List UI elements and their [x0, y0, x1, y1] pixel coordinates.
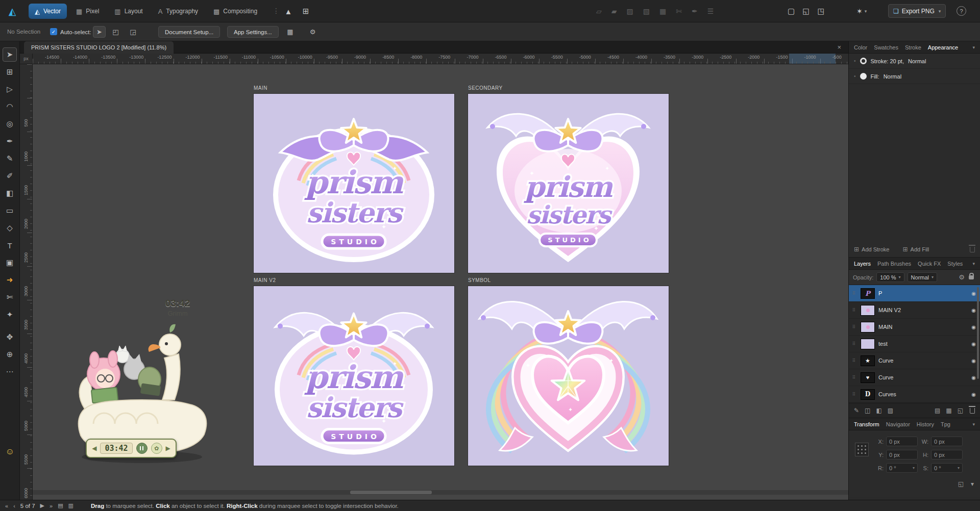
toolbar-icon[interactable]: ▰ — [611, 7, 617, 15]
app-settings-button[interactable]: App Settings... — [227, 26, 279, 38]
fx-icon[interactable]: ▨ — [888, 407, 893, 414]
drag-handle-icon[interactable]: ⠿ — [851, 392, 857, 397]
previous-page-icon[interactable]: ‹ — [13, 503, 15, 509]
view-hand-tool[interactable]: ✥ — [3, 330, 17, 344]
adjustment-icon[interactable]: ◧ — [876, 407, 881, 414]
tab-stroke[interactable]: Stroke — [905, 44, 921, 50]
lock-icon[interactable] — [969, 275, 974, 279]
more-tools-button[interactable]: ⋯ — [3, 365, 17, 379]
cursor-mode-icon[interactable]: ➤ — [93, 26, 106, 38]
horizontal-ruler[interactable]: -14500-14000-13500-13000-12500-12000-115… — [33, 54, 848, 64]
duplicate-alt-icon[interactable]: ◲ — [127, 26, 139, 38]
monitor-icon[interactable]: ▢ — [788, 7, 795, 16]
anchor-selector[interactable] — [855, 443, 869, 456]
layer-row[interactable]: ⠿ test ◉ — [849, 336, 980, 352]
visibility-toggle[interactable]: ◉ — [971, 375, 976, 380]
vertical-ruler[interactable]: 5001000150020002500300035004000450050005… — [20, 64, 33, 500]
toolbar-icon[interactable]: ▦ — [659, 7, 666, 15]
trash-icon[interactable] — [970, 408, 975, 414]
tab-navigator[interactable]: Navigator — [886, 421, 910, 427]
last-page-icon[interactable]: » — [50, 503, 53, 509]
facing-pages-icon[interactable]: ▥ — [68, 502, 74, 509]
gear-icon[interactable]: ⚙ — [306, 26, 319, 38]
persona-tab-pixel[interactable]: ▦Pixel — [70, 4, 105, 19]
visibility-toggle[interactable]: ◉ — [971, 392, 976, 397]
artboard-secondary[interactable]: prism sisters STUDIO ✦ ✦ ✦ — [468, 94, 669, 273]
app-logo-icon[interactable]: ◭ — [5, 5, 19, 18]
mask-icon[interactable]: ◫ — [865, 407, 870, 414]
rotation-field[interactable]: 0 °▾ — [886, 463, 918, 473]
stroke-appearance-row[interactable]: • Stroke: 20 pt, Normal — [849, 54, 980, 69]
artboard-main[interactable]: prism sisters STUDIO ✦ ✦ ✦ ✦ — [254, 94, 454, 273]
layer-row[interactable]: ⠿ MAIN V2 ◉ — [849, 302, 980, 319]
auto-select-checkbox[interactable]: ✓ — [50, 28, 57, 35]
knife-tool[interactable]: ✄ — [3, 290, 17, 304]
persona-tab-vector[interactable]: ◭Vector — [29, 4, 67, 19]
blend-mode-dropdown[interactable]: Normal▾ — [908, 272, 937, 282]
scrollbar-thumb[interactable] — [350, 491, 432, 494]
tab-swatches[interactable]: Swatches — [874, 44, 898, 50]
layer-row[interactable]: ⠿ D Curves ◉ — [849, 386, 980, 403]
tab-styles[interactable]: Styles — [947, 261, 963, 267]
group-icon[interactable]: ▤ — [935, 407, 940, 414]
player-pause-button[interactable] — [136, 443, 148, 454]
tab-color[interactable]: Color — [854, 44, 867, 50]
player-next-button[interactable]: ▶ — [166, 445, 170, 452]
visibility-toggle[interactable]: ◉ — [971, 341, 976, 347]
toolbar-icon[interactable]: ✄ — [676, 7, 682, 15]
toolbar-icon[interactable]: ☰ — [707, 7, 714, 15]
visibility-toggle[interactable]: ◉ — [971, 308, 976, 313]
affinity-icon[interactable]: ▲ — [282, 5, 295, 17]
persona-tab-layout[interactable]: ▥Layout — [108, 4, 149, 19]
apps-grid-icon[interactable]: ⊞ — [299, 5, 312, 17]
persona-tab-compositing[interactable]: ▩Compositing — [207, 4, 263, 19]
tab-transform[interactable]: Transform — [854, 421, 879, 427]
stroke-ring-icon[interactable] — [860, 58, 867, 64]
artboard-main-v2[interactable]: prism sisters STUDIO ✦ ✦ ✦ — [254, 286, 454, 466]
rectangle-tool[interactable]: ▭ — [3, 203, 17, 218]
panel-scrollbar[interactable] — [977, 287, 979, 379]
layer-row[interactable]: ⠿ MAIN ◉ — [849, 319, 980, 336]
duplicate-icon[interactable]: ◰ — [109, 26, 122, 38]
style-picker-tool[interactable]: ✦ — [3, 308, 17, 322]
chevron-down-icon[interactable]: ▾ — [971, 480, 974, 488]
first-page-icon[interactable]: « — [5, 503, 8, 509]
vector-brush-tool[interactable]: ✐ — [3, 169, 17, 183]
close-icon[interactable]: × — [837, 43, 841, 51]
gear-icon[interactable]: ⚙ — [959, 273, 965, 281]
pages-icon[interactable]: ▤ — [58, 502, 63, 509]
fill-appearance-row[interactable]: • Fill: Normal — [849, 69, 980, 84]
toolbar-icon[interactable]: ✒ — [692, 7, 698, 15]
drag-handle-icon[interactable]: ⠿ — [851, 308, 857, 313]
snapping-grid-icon[interactable]: ▦ — [284, 26, 297, 38]
frame-text-tool[interactable]: T — [3, 238, 17, 252]
tab-path-brushes[interactable]: Path Brushes — [877, 261, 911, 267]
visibility-toggle[interactable]: ◉ — [971, 324, 976, 330]
w-field[interactable]: 0 px — [931, 437, 963, 446]
place-image-tool[interactable]: ▣ — [3, 256, 17, 270]
corner-tool[interactable]: ◠ — [3, 99, 17, 114]
artboard-symbol[interactable]: ✦ ✦ ✦ — [468, 286, 669, 466]
layer-row[interactable]: ⠿ P P ◉ — [849, 285, 980, 302]
smiley-icon[interactable]: ☺ — [0, 447, 20, 457]
opacity-dropdown[interactable]: 100 %▾ — [876, 272, 904, 282]
h-field[interactable]: 0 px — [931, 450, 963, 459]
visibility-toggle[interactable]: ◉ — [971, 291, 976, 296]
document-tab[interactable]: PRISM SISTERS STUDIO LOGO 2 [Modified] (… — [24, 41, 174, 54]
y-field[interactable]: 0 px — [886, 450, 918, 459]
tab-appearance[interactable]: Appearance — [928, 44, 958, 50]
tab-layers[interactable]: Layers — [854, 261, 871, 267]
transform-box-icon[interactable]: ◱ — [958, 480, 964, 488]
play-icon[interactable]: ▶ — [40, 502, 44, 509]
move-tool[interactable]: ➤ — [3, 47, 17, 62]
tab-quick-fx[interactable]: Quick FX — [918, 261, 941, 267]
horizontal-scrollbar[interactable] — [33, 490, 848, 495]
x-field[interactable]: 0 px — [886, 437, 918, 446]
drag-handle-icon[interactable]: ⠿ — [851, 358, 857, 363]
pen-tool[interactable]: ✒ — [3, 134, 17, 148]
node-tool[interactable]: ▷ — [3, 82, 17, 96]
add-fill-button[interactable]: Add Fill — [911, 246, 929, 252]
monitor-icon[interactable]: ◳ — [817, 7, 824, 16]
shape-tool[interactable]: ◇ — [3, 221, 17, 235]
chevron-down-icon[interactable]: ▾ — [972, 261, 975, 266]
